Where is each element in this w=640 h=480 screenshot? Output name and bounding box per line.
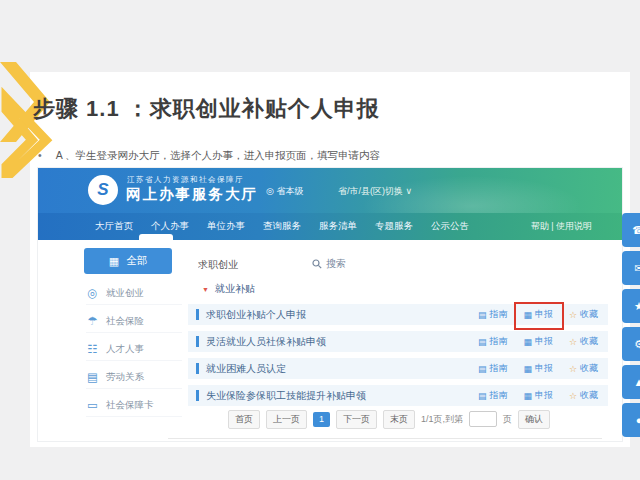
employment-icon: ◎ xyxy=(86,286,99,300)
annotation-highlight-box xyxy=(514,302,564,330)
float-button-1[interactable]: ☎ xyxy=(622,213,640,247)
guide-icon: ▤ xyxy=(478,391,487,401)
favorite-link[interactable]: ☆收藏 xyxy=(569,362,598,375)
site-name: 网上办事服务大厅 xyxy=(126,185,258,204)
service-row-3[interactable]: 就业困难人员认定 ▤指南 ▦申报 ☆收藏 xyxy=(188,358,608,379)
bullet-marker: • xyxy=(38,149,42,161)
float-button-2[interactable]: ✉ xyxy=(622,251,640,285)
page-unit: 页 xyxy=(503,413,512,426)
favorite-link[interactable]: ☆收藏 xyxy=(569,389,598,402)
search-button[interactable]: 搜索 xyxy=(306,256,352,272)
nav-item-unit[interactable]: 单位办事 xyxy=(207,220,245,233)
guide-link[interactable]: ▤指南 xyxy=(478,362,508,375)
apply-icon: ▦ xyxy=(523,364,532,374)
apply-icon: ▦ xyxy=(523,337,532,347)
nav-item-special[interactable]: 专题服务 xyxy=(375,220,413,233)
region-icon: ◎ xyxy=(266,186,274,196)
page-next-button[interactable]: 下一页 xyxy=(336,410,377,429)
favorite-link[interactable]: ☆收藏 xyxy=(569,308,598,321)
mail-icon: ✉ xyxy=(634,262,640,274)
floating-toolbar: ☎ ✉ ★ ⚙ ▲ ● xyxy=(622,213,640,437)
guide-link[interactable]: ▤指南 xyxy=(478,335,508,348)
apply-link[interactable]: ▦申报 xyxy=(523,335,553,348)
page-prev-button[interactable]: 上一页 xyxy=(266,410,307,429)
portal-header: S 江苏省人力资源和社会保障厅 网上办事服务大厅 ◎ 省本级 省/市/县(区)切… xyxy=(38,168,622,213)
page-number-active[interactable]: 1 xyxy=(313,412,330,427)
page-first-button[interactable]: 首页 xyxy=(228,410,260,429)
page-last-button[interactable]: 末页 xyxy=(383,410,415,429)
sidebar-item-employment[interactable]: ◎ 就业创业 xyxy=(86,282,182,305)
sidebar-item-all[interactable]: ▦ 全部 xyxy=(84,248,172,274)
bullet-content: A 、学生登录网办大厅，选择个人办事，进入申报页面，填写申请内容 xyxy=(56,149,380,161)
page-info: 1/1页,到第 xyxy=(421,413,463,426)
star-icon: ★ xyxy=(634,300,640,312)
search-input[interactable] xyxy=(196,256,295,274)
service-title: 灵活就业人员社保补贴申领 xyxy=(206,335,326,349)
people-icon: ☷ xyxy=(86,342,99,356)
star-icon: ☆ xyxy=(569,337,577,347)
region-switch-link[interactable]: 省/市/县(区)切换 ∨ xyxy=(338,185,412,198)
portal-screenshot: S 江苏省人力资源和社会保障厅 网上办事服务大厅 ◎ 省本级 省/市/县(区)切… xyxy=(38,168,622,441)
region-selector[interactable]: ◎ 省本级 xyxy=(266,185,303,198)
star-icon: ☆ xyxy=(569,310,577,320)
region-label: 省本级 xyxy=(276,186,303,196)
dot-icon: ● xyxy=(636,414,640,426)
nav-help-link[interactable]: 帮助 | 使用说明 xyxy=(531,213,592,240)
grid-icon: ▦ xyxy=(109,255,119,268)
org-name: 江苏省人力资源和社会保障厅 xyxy=(127,175,244,185)
favorite-link[interactable]: ☆收藏 xyxy=(569,335,598,348)
arrow-up-icon: ▲ xyxy=(634,376,640,388)
divider xyxy=(168,438,602,439)
guide-icon: ▤ xyxy=(478,337,487,347)
star-icon: ☆ xyxy=(569,391,577,401)
card-icon: ▭ xyxy=(86,398,99,412)
active-tab-indicator xyxy=(139,234,173,240)
bullet-text: •A 、学生登录网办大厅，选择个人办事，进入申报页面，填写申请内容 xyxy=(38,149,598,163)
apply-link[interactable]: ▦申报 xyxy=(523,389,553,402)
service-row-4[interactable]: 失业保险参保职工技能提升补贴申领 ▤指南 ▦申报 ☆收藏 xyxy=(188,385,608,406)
document-icon: ▤ xyxy=(86,370,99,384)
sidebar-item-insurance[interactable]: ☂ 社会保险 xyxy=(86,310,182,333)
caret-down-icon: ∨ xyxy=(406,186,413,196)
phone-icon: ☎ xyxy=(632,224,640,236)
triangle-down-icon: ▼ xyxy=(202,286,209,293)
page-jump-input[interactable] xyxy=(469,411,497,427)
sidebar-item-social-card[interactable]: ▭ 社会保障卡 xyxy=(86,394,182,417)
umbrella-icon: ☂ xyxy=(86,314,99,328)
site-logo-icon[interactable]: S xyxy=(88,175,118,205)
service-row-2[interactable]: 灵活就业人员社保补贴申领 ▤指南 ▦申报 ☆收藏 xyxy=(188,331,608,352)
page-title: 步骤 1.1 ：求职创业补贴个人申报 xyxy=(33,94,593,124)
nav-item-home[interactable]: 大厅首页 xyxy=(95,220,133,233)
float-button-3[interactable]: ★ xyxy=(622,289,640,323)
nav-item-personal[interactable]: 个人办事 xyxy=(151,220,189,233)
page-confirm-button[interactable]: 确认 xyxy=(518,410,550,429)
category-label: 就业补贴 xyxy=(215,282,255,296)
float-button-6[interactable]: ● xyxy=(622,403,640,437)
category-toggle[interactable]: ▼ 就业补贴 xyxy=(202,282,255,296)
guide-icon: ▤ xyxy=(478,310,487,320)
pagination: 首页 上一页 1 下一页 末页 1/1页,到第 页 确认 xyxy=(228,410,550,428)
guide-link[interactable]: ▤指南 xyxy=(478,308,508,321)
service-title: 失业保险参保职工技能提升补贴申领 xyxy=(206,389,366,403)
float-button-5[interactable]: ▲ xyxy=(622,365,640,399)
float-button-4[interactable]: ⚙ xyxy=(622,327,640,361)
gear-icon: ⚙ xyxy=(634,338,640,350)
sidebar-item-talent[interactable]: ☷ 人才人事 xyxy=(86,338,182,361)
guide-icon: ▤ xyxy=(478,364,487,374)
apply-link[interactable]: ▦申报 xyxy=(523,362,553,375)
nav-item-query[interactable]: 查询服务 xyxy=(263,220,301,233)
service-title: 就业困难人员认定 xyxy=(206,362,286,376)
search-icon xyxy=(312,259,322,269)
service-title: 求职创业补贴个人申报 xyxy=(206,308,306,322)
guide-link[interactable]: ▤指南 xyxy=(478,389,508,402)
nav-item-servicelist[interactable]: 服务清单 xyxy=(319,220,357,233)
star-icon: ☆ xyxy=(569,364,577,374)
portal-navbar: 大厅首页 个人办事 单位办事 查询服务 服务清单 专题服务 公示公告 帮助 | … xyxy=(38,213,622,240)
sidebar-item-labor[interactable]: ▤ 劳动关系 xyxy=(86,366,182,389)
nav-item-notice[interactable]: 公示公告 xyxy=(431,220,469,233)
apply-icon: ▦ xyxy=(523,391,532,401)
